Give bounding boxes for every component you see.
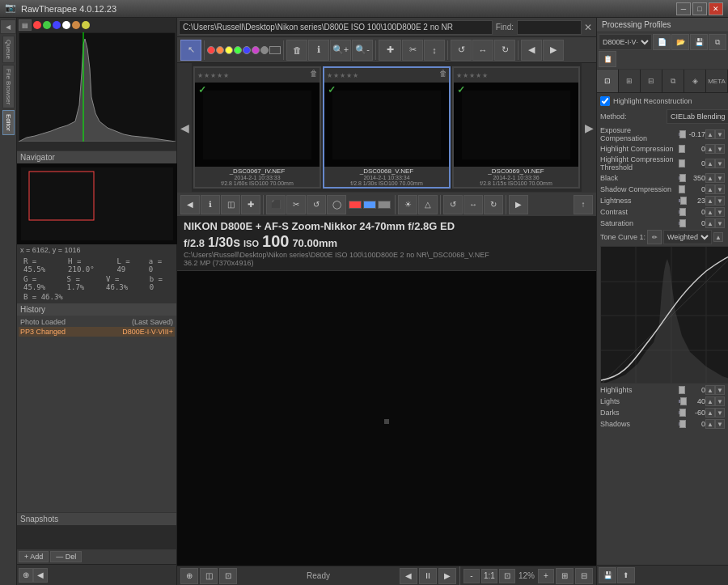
highlights-spin[interactable]: ▲ — [705, 385, 715, 395]
hl-comp-spin-down[interactable]: ▼ — [715, 144, 725, 154]
sidebar-top-btn[interactable]: ◀ — [0, 19, 16, 34]
hl-thresh-slider[interactable] — [679, 162, 681, 165]
pp-btn-paste[interactable]: 📋 — [599, 51, 616, 67]
shadow-comp-spin[interactable]: ▲ — [705, 184, 715, 194]
pp-btn-copy[interactable]: ⧉ — [709, 34, 726, 50]
shadow-comp-slider[interactable] — [679, 188, 681, 191]
histogram-raw[interactable] — [72, 21, 80, 29]
saturation-spin[interactable]: ▲ — [705, 218, 715, 228]
snapshots-del-btn[interactable]: — Del — [50, 551, 82, 562]
color-dot-green[interactable] — [234, 46, 242, 54]
color-indicator-gray[interactable] — [378, 201, 391, 209]
status-pause[interactable]: ⏸ — [419, 568, 437, 584]
editor-nav-end[interactable]: ▶ — [509, 195, 528, 214]
status-nav-prev[interactable]: ◀ — [400, 568, 417, 584]
editor-nav-prev[interactable]: ◀ — [180, 195, 200, 214]
lightness-spin-down[interactable]: ▼ — [715, 196, 725, 206]
hl-thresh-spin-down[interactable]: ▼ — [715, 159, 725, 168]
pp-tab-detail[interactable]: ⊞ — [619, 70, 641, 92]
tool-rotate-ccw[interactable]: ↺ — [451, 40, 472, 61]
darks-slider[interactable] — [679, 411, 681, 414]
shadows-slider[interactable] — [679, 422, 681, 426]
highlight-reconstruction-checkbox[interactable] — [600, 96, 610, 106]
editor-rotate-cw[interactable]: ↻ — [484, 195, 503, 214]
black-spin-down[interactable]: ▼ — [715, 173, 725, 183]
status-split[interactable]: ⊟ — [575, 568, 593, 584]
editor-lens-btn[interactable]: ◯ — [327, 195, 346, 214]
contrast-slider[interactable] — [679, 210, 681, 214]
lights-spin[interactable]: ▲ — [705, 396, 715, 406]
tone-curve-select[interactable]: Weighted — [663, 230, 712, 244]
tool-nav-prev[interactable]: ◀ — [521, 40, 542, 61]
editor-history-btn[interactable]: ◫ — [221, 195, 240, 214]
editor-flip[interactable]: ↔ — [463, 195, 483, 214]
filmstrip-item-0[interactable]: ★ ★ ★ ★ ★ 🗑 ✓ — [193, 66, 321, 189]
status-btn-3[interactable]: ⊡ — [219, 568, 237, 584]
find-input[interactable] — [517, 20, 582, 35]
pp-bottom-btn2[interactable]: ⬆ — [617, 567, 635, 583]
color-indicator-blue[interactable] — [363, 201, 376, 209]
zoom-100-btn[interactable]: 1:1 — [481, 569, 497, 583]
filmstrip-delete-0[interactable]: 🗑 — [310, 69, 318, 78]
hl-comp-spin[interactable]: ▲ — [705, 144, 715, 154]
status-btn-1[interactable]: ⊕ — [180, 568, 198, 584]
lights-spin-down[interactable]: ▼ — [715, 396, 725, 406]
zoom-in-btn[interactable]: + — [538, 569, 554, 583]
contrast-spin[interactable]: ▲ — [705, 207, 715, 217]
status-nav-next[interactable]: ▶ — [438, 568, 456, 584]
saturation-spin-down[interactable]: ▼ — [715, 218, 725, 228]
darks-spin-down[interactable]: ▼ — [715, 408, 725, 418]
editor-add-btn[interactable]: ✚ — [241, 195, 260, 214]
hl-thresh-spin[interactable]: ▲ — [705, 159, 715, 168]
tool-select[interactable]: ↖ — [180, 40, 201, 61]
editor-triangle-btn[interactable]: △ — [418, 195, 438, 214]
color-dot-gray[interactable] — [260, 46, 269, 54]
tool-zoom-out[interactable]: 🔍- — [352, 40, 373, 61]
hl-comp-slider[interactable] — [679, 147, 681, 150]
tool-new[interactable]: ✚ — [379, 40, 401, 61]
filmstrip-item-1[interactable]: ★ ★ ★ ★ ★ 🗑 ✓ — [323, 66, 451, 189]
tool-rotate-cw[interactable]: ↻ — [494, 40, 515, 61]
method-select[interactable]: CIELab Blending — [667, 109, 728, 124]
color-dot-blue[interactable] — [243, 46, 251, 54]
pp-profile-select[interactable]: D800E-I·V·VIII- — [599, 34, 652, 50]
tool-flip-h[interactable]: ↔ — [472, 40, 493, 61]
left-bottom-btn1[interactable]: ⊕ — [19, 568, 33, 583]
editor-white-balance[interactable]: ⬛ — [266, 195, 286, 214]
tone-curve-edit-btn[interactable]: ✏ — [647, 230, 662, 244]
shadows-spin[interactable]: ▲ — [705, 419, 715, 429]
editor-crop-btn[interactable]: ✂ — [286, 195, 306, 214]
editor-export[interactable]: ↑ — [574, 195, 593, 214]
black-spin[interactable]: ▲ — [705, 173, 715, 183]
color-dot-purple[interactable] — [252, 46, 260, 54]
tone-curve-spin[interactable]: ▲ — [713, 232, 723, 242]
history-item-changed[interactable]: PP3 Changed D800E-I·V·VIII+ — [19, 327, 175, 337]
close-button[interactable]: ✕ — [709, 2, 723, 15]
status-btn-2[interactable]: ◫ — [200, 568, 218, 584]
pp-tab-color[interactable]: ⊟ — [641, 70, 662, 92]
exposure-spin[interactable]: ▲ — [705, 129, 715, 139]
editor-info-btn[interactable]: ℹ — [201, 195, 220, 214]
color-block[interactable] — [269, 46, 281, 54]
pp-tab-transform[interactable]: ⧉ — [662, 70, 684, 92]
sidebar-tab-filebrowser[interactable]: File Browser — [2, 65, 15, 108]
lightness-spin[interactable]: ▲ — [705, 196, 715, 206]
tool-info[interactable]: ℹ — [308, 40, 329, 61]
histogram-btn-1[interactable]: ▤ — [19, 19, 32, 31]
path-input[interactable] — [179, 20, 493, 35]
color-indicator-red[interactable] — [349, 201, 362, 209]
lights-slider[interactable] — [679, 400, 681, 403]
exposure-spin-down[interactable]: ▼ — [715, 129, 725, 139]
pp-bottom-btn1[interactable]: 💾 — [599, 567, 616, 583]
filmstrip-delete-1[interactable]: 🗑 — [439, 69, 447, 78]
zoom-fit-btn[interactable]: ⊡ — [499, 569, 515, 583]
pp-tab-raw[interactable]: ◈ — [684, 70, 706, 92]
pp-tab-meta[interactable]: META — [706, 70, 728, 92]
tool-nav-next[interactable]: ▶ — [543, 40, 564, 61]
darks-spin[interactable]: ▲ — [705, 408, 715, 418]
snapshots-add-btn[interactable]: + Add — [19, 551, 49, 562]
tool-straighten[interactable]: ↕ — [424, 40, 445, 61]
contrast-spin-down[interactable]: ▼ — [715, 207, 725, 217]
shadows-spin-down[interactable]: ▼ — [715, 419, 725, 429]
black-slider[interactable] — [679, 176, 681, 180]
